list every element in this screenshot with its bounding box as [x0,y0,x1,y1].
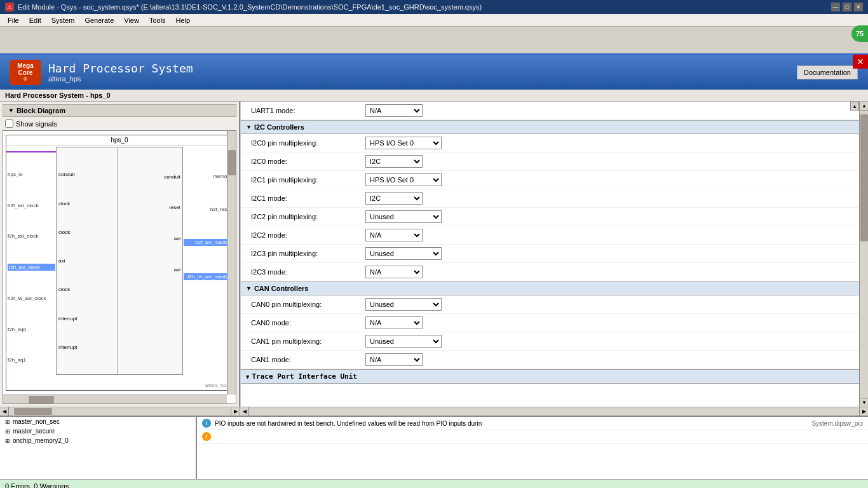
megacore-logo: Mega Core ® [10,60,41,85]
menu-help[interactable]: Help [171,15,196,25]
right-hscroll-left-btn[interactable]: ◀ [240,407,249,416]
i2c0-mux-row: I2C0 pin multiplexing: HPS I/O Set 0 Unu… [241,134,868,152]
vscroll-left[interactable] [227,131,236,395]
list-item-onchip-memory[interactable]: ⊞ onchip_memory2_0 [0,436,196,445]
menu-file[interactable]: File [3,15,24,25]
right-scroll-corner[interactable]: ▲ [850,102,859,111]
i2c1-mux-row: I2C1 pin multiplexing: HPS I/O Set 0 Unu… [241,171,868,189]
port-f2h-axi-slave: f2h_axi_slave [8,264,55,271]
i2c2-mode-label: I2C2 mode: [251,231,365,239]
close-button[interactable]: ✕ [854,3,863,11]
item-label-master-non-sec: master_non_sec [13,418,60,425]
app-icon: ⚠ [5,3,14,11]
tree-icon-2: ⊞ [5,428,10,435]
can1-mode-select[interactable]: N/A CAN [365,353,423,366]
can1-mode-label: CAN1 mode: [251,356,365,363]
message-row-1: i PIO inputs are not hardwired in test b… [197,417,868,430]
inner-clock-1: clock [58,201,116,207]
inner-axi-1: axi [58,258,116,264]
can0-mux-select[interactable]: Unused HPS I/O Set 0 [365,298,442,311]
can0-mode-label: CAN0 mode: [251,319,365,327]
hscroll-left[interactable] [3,395,227,403]
inner-interrupt-2: interrupt [58,344,116,350]
uart1-mode-select[interactable]: N/A UART [365,104,423,117]
module-subtitle-text: altera_hps [48,75,193,83]
port-hps-io: hps_io [8,172,55,177]
show-signals-checkbox[interactable] [5,119,13,128]
i2c0-mode-label: I2C0 mode: [251,158,365,165]
item-label-master-secure: master_secure [13,428,55,435]
config-vscroll[interactable]: ▲ ▼ [859,102,868,407]
can1-mux-select[interactable]: Unused HPS I/O Set 0 [365,335,442,348]
trace-section-title: Trace Port Interface Unit [252,372,357,381]
bottom-tree-panel: ⊞ master_non_sec ⊞ master_secure ⊞ onchi… [0,417,197,479]
menu-view[interactable]: View [119,15,144,25]
scroll-down-btn[interactable]: ▼ [860,398,868,407]
config-panel: UART1 mode: N/A UART ▼ I2C Controllers I… [240,102,868,407]
inner-reset-1: reset [123,205,180,210]
i2c0-mux-select[interactable]: HPS I/O Set 0 Unused [365,137,442,149]
menu-generate[interactable]: Generate [79,15,119,25]
dialog-title: Hard Processor System - hps_0 [5,92,111,99]
list-item-master-secure[interactable]: ⊞ master_secure [0,426,196,436]
i2c0-mux-label: I2C0 pin multiplexing: [251,139,365,147]
can0-mode-row: CAN0 mode: N/A CAN [241,314,868,332]
can-section-title: CAN Controllers [254,285,309,292]
documentation-button[interactable]: Documentation [797,65,858,79]
can1-mux-row: CAN1 pin multiplexing: Unused HPS I/O Se… [241,332,868,351]
menu-system[interactable]: System [46,15,80,25]
port-h2f-reset: h2f_reset [184,207,231,212]
window-controls[interactable]: — □ ✕ [831,3,863,11]
i2c3-mode-select[interactable]: N/A I2C [365,266,423,278]
menu-edit[interactable]: Edit [24,15,46,25]
can1-mode-row: CAN1 mode: N/A CAN [241,351,868,369]
bottom-hscroll-bar: ◀ ▶ ◀ ▶ [0,407,868,416]
i2c-section-header[interactable]: ▼ I2C Controllers [241,120,868,134]
i2c2-mode-select[interactable]: N/A I2C [365,229,423,241]
can-section-header[interactable]: ▼ CAN Controllers [241,281,868,295]
i2c2-mux-select[interactable]: Unused HPS I/O Set 0 [365,210,442,223]
msg-source-1: System.dipsw_pio [811,420,863,427]
inner-axi-2: axi [123,236,180,241]
maximize-button[interactable]: □ [843,3,851,11]
minimize-button[interactable]: — [831,3,840,11]
scroll-up-btn[interactable]: ▲ [860,102,868,111]
i2c1-mode-row: I2C1 mode: I2C N/A [241,189,868,208]
show-signals-row[interactable]: Show signals [5,119,239,128]
can0-mode-select[interactable]: N/A CAN [365,316,423,329]
i2c3-mux-select[interactable]: Unused HPS I/O Set 0 [365,247,442,260]
message-row-2: ! [197,430,868,444]
i2c-section-title: I2C Controllers [254,123,304,131]
port-f2h-lw-axi-master: f2h_lw_axi_master [184,273,231,280]
inner-conduit-2: conduit [123,174,180,180]
i2c0-mode-select[interactable]: I2C N/A [365,155,423,168]
menu-bar: File Edit System Generate View Tools Hel… [0,14,868,27]
menu-tools[interactable]: Tools [144,15,171,25]
port-h2f-axi-clock: h2f_axi_clock [8,203,55,208]
inner-axi-3: axi [123,267,180,273]
item-label-onchip-memory: onchip_memory2_0 [13,437,69,444]
i2c1-mux-label: I2C1 pin multiplexing: [251,176,365,184]
panel-title-text: Block Diagram [17,107,65,114]
list-item-master-non-sec[interactable]: ⊞ master_non_sec [0,417,196,426]
uart1-row: UART1 mode: N/A UART [241,102,868,120]
left-hscroll-right-btn[interactable]: ▶ [231,407,240,416]
i2c2-mux-label: I2C2 pin multiplexing: [251,213,365,220]
i2c3-mode-label: I2C3 mode: [251,268,365,276]
i2c1-mode-select[interactable]: I2C N/A [365,192,423,205]
port-memory: memory [184,173,231,179]
trace-section-header[interactable]: ▼ Trace Port Interface Unit [241,369,868,384]
port-f2h-irq0: f2h_irq0 [8,327,55,332]
tree-icon-1: ⊞ [5,419,10,425]
i2c3-mux-row: I2C3 pin multiplexing: Unused HPS I/O Se… [241,245,868,263]
port-f2h-irq1: f2h_irq1 [8,357,55,363]
right-hscroll-right-btn[interactable]: ▶ [859,407,868,416]
msg-text-1: PIO inputs are not hardwired in test ben… [215,420,482,427]
port-f2h-axi-clock: f2h_axi_clock [8,233,55,239]
module-dialog: Mega Core ® Hard Processor System altera… [0,53,868,488]
status-text: 0 Errors, 0 Warnings [5,482,69,489]
i2c1-mode-label: I2C1 mode: [251,194,365,202]
left-hscroll-left-btn[interactable]: ◀ [0,407,9,416]
dialog-close-button[interactable]: ✕ [853,55,868,69]
i2c1-mux-select[interactable]: HPS I/O Set 0 Unused [365,173,442,186]
